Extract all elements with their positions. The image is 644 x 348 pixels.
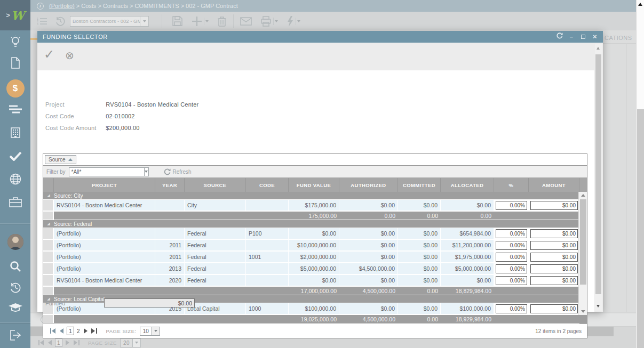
row-handle[interactable]	[43, 275, 54, 286]
chevron-down-icon[interactable]	[152, 327, 160, 335]
row-handle[interactable]	[43, 252, 54, 262]
confirm-check-icon[interactable]: ✓	[44, 47, 54, 62]
grid-data-row[interactable]: RVS0104 - Boston Medical CenterCity$175,…	[43, 200, 579, 212]
percent-input[interactable]	[496, 229, 527, 238]
sidebar-expand-icon[interactable]: >	[6, 11, 10, 19]
percent-input[interactable]	[496, 304, 527, 313]
history-icon[interactable]	[0, 282, 30, 294]
cell	[246, 287, 289, 295]
building-icon[interactable]	[0, 127, 30, 138]
minimize-icon[interactable]: –	[566, 31, 577, 43]
grid-column-header[interactable]: YEAR	[155, 178, 185, 192]
current-page[interactable]: 1	[67, 327, 74, 335]
refresh-icon[interactable]	[554, 31, 566, 43]
grid-column-header[interactable]: AUTHORIZED	[339, 178, 398, 192]
percent-input[interactable]	[496, 264, 527, 273]
percent-input[interactable]	[496, 253, 527, 262]
grid-data-row[interactable]: (Portfolio)2011Federal$10,000,000.00$0.0…	[43, 240, 579, 252]
checkmark-icon[interactable]	[0, 151, 30, 161]
menu-bars-icon[interactable]	[0, 105, 30, 114]
amount-input[interactable]	[530, 229, 578, 238]
row-handle[interactable]	[43, 263, 54, 274]
logout-icon[interactable]	[0, 330, 30, 341]
avatar[interactable]	[0, 234, 30, 250]
amount-input[interactable]	[530, 253, 578, 262]
last-page-icon[interactable]	[90, 327, 99, 335]
filter-input[interactable]	[69, 169, 144, 175]
row-handle[interactable]	[43, 200, 54, 211]
collapse-group-icon[interactable]: ◢	[43, 193, 54, 198]
total-committed: 0.00	[398, 287, 441, 295]
grid-column-header[interactable]: %	[494, 178, 529, 192]
amount-input[interactable]	[530, 276, 578, 285]
graduation-cap-icon[interactable]	[0, 303, 30, 313]
collapse-group-icon[interactable]: ◢	[43, 222, 54, 226]
row-handle[interactable]	[43, 228, 54, 239]
scroll-up-arrow[interactable]	[597, 47, 600, 50]
grid-data-row[interactable]: RVS0104 - Boston Medical Center2020Feder…	[43, 275, 579, 287]
group-by-source-chip[interactable]: Source	[45, 155, 76, 164]
cancel-circle-x-icon[interactable]: ⊗	[65, 49, 74, 62]
scroll-up-arrow[interactable]	[581, 194, 585, 197]
amount-input[interactable]	[530, 241, 578, 250]
page-scrollbar[interactable]	[636, 0, 644, 348]
grid-column-header[interactable]: COMMITTED	[398, 178, 441, 192]
page-link[interactable]: 2	[77, 328, 80, 334]
grid-column-header[interactable]: FUND VALUE	[289, 178, 339, 192]
document-icon[interactable]	[0, 57, 30, 69]
prev-page-icon[interactable]	[57, 327, 66, 335]
project-info-row: Project RVS0104 - Boston Medical Center	[45, 101, 198, 108]
grid-column-header[interactable]: AMOUNT	[529, 178, 579, 192]
percent-input[interactable]	[496, 201, 527, 210]
dialog-scrollbar[interactable]	[595, 44, 602, 311]
grid-group-row[interactable]: ◢Source: City	[43, 192, 579, 200]
grid-column-header[interactable]: PROJECT	[54, 178, 155, 192]
scroll-up-arrow[interactable]	[638, 3, 642, 6]
scroll-down-arrow[interactable]	[597, 305, 600, 307]
grid-data-row[interactable]: (Portfolio)FederalP100$0.00$0.00$0.00$65…	[43, 228, 579, 240]
scrollbar-thumb[interactable]	[637, 109, 644, 348]
filter-select[interactable]	[69, 167, 149, 176]
amount-cell	[529, 228, 579, 239]
scrollbar-thumb[interactable]	[580, 199, 586, 285]
sidebar: $	[0, 30, 30, 348]
lightbulb-icon[interactable]	[0, 36, 30, 48]
maximize-icon[interactable]	[577, 31, 589, 43]
amount-input[interactable]	[530, 264, 578, 273]
scrollbar-thumb[interactable]	[595, 54, 601, 294]
close-icon[interactable]: ×	[589, 31, 601, 43]
grid-data-row[interactable]: (Portfolio)2011Federal1001$2,000,000.00$…	[43, 252, 579, 263]
dialog-titlebar[interactable]: FUNDING SELECTOR – ×	[37, 31, 603, 43]
globe-icon[interactable]	[0, 173, 30, 185]
grid-scrollbar[interactable]	[578, 192, 587, 315]
next-page-icon[interactable]	[82, 327, 90, 335]
cell	[529, 287, 579, 295]
search-icon[interactable]	[0, 261, 30, 272]
refresh-label: Refresh	[173, 169, 192, 175]
grid-data-row[interactable]: (Portfolio)2013Federal$5,000,000.00$4,50…	[43, 263, 579, 275]
page-size-select[interactable]: 10	[140, 327, 160, 336]
cell-comm: $0.00	[398, 200, 441, 211]
app-logo[interactable]: >W	[0, 0, 30, 30]
grid-column-header[interactable]: ALLOCATED	[441, 178, 494, 192]
chevron-down-icon[interactable]	[144, 168, 148, 176]
briefcase-icon[interactable]	[0, 197, 30, 207]
funded-input[interactable]	[104, 298, 195, 307]
amount-input[interactable]	[530, 201, 578, 210]
refresh-button[interactable]: Refresh	[164, 168, 192, 175]
scroll-down-arrow[interactable]	[581, 310, 585, 313]
amount-input[interactable]	[530, 304, 578, 313]
grid-group-row[interactable]: ◢Source: Federal	[43, 220, 579, 228]
first-page-icon[interactable]	[49, 327, 57, 335]
total-committed: 0.00	[398, 315, 441, 323]
dollar-icon[interactable]: $	[0, 79, 30, 98]
grid-column-header[interactable]: SOURCE	[185, 178, 246, 192]
percent-input[interactable]	[496, 241, 527, 250]
cell-auth: $4,500,000.00	[339, 263, 398, 274]
amount-cell	[529, 200, 579, 211]
grid-column-header[interactable]: CODE	[246, 178, 289, 192]
row-handle[interactable]	[43, 240, 54, 250]
sidebar-divider	[0, 223, 30, 224]
percent-input[interactable]	[496, 276, 527, 285]
project-value: RVS0104 - Boston Medical Center	[106, 101, 198, 108]
